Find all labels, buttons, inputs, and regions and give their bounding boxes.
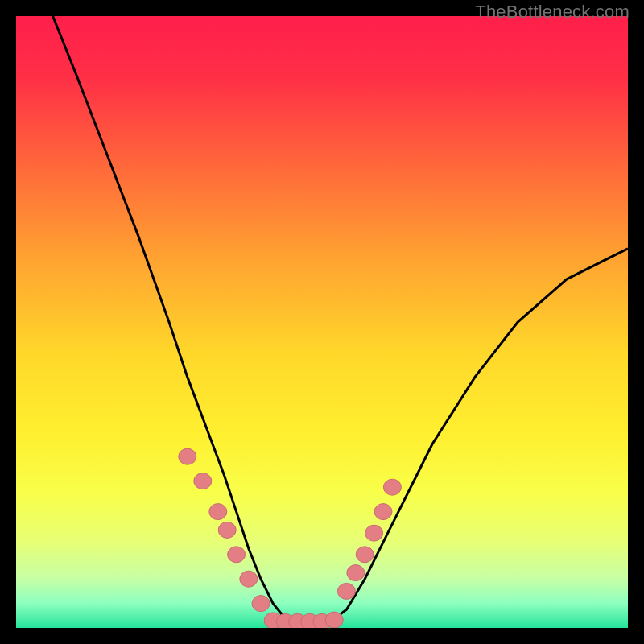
data-marker <box>218 522 236 538</box>
data-marker <box>228 547 246 563</box>
watermark-text: TheBottleneck.com <box>475 2 630 23</box>
data-marker <box>383 479 401 495</box>
data-marker <box>209 504 227 520</box>
data-marker <box>179 448 196 464</box>
data-marker <box>337 583 355 599</box>
data-marker <box>356 547 374 563</box>
data-marker <box>252 596 270 612</box>
chart-frame <box>16 16 628 628</box>
data-marker <box>365 525 383 541</box>
data-marker <box>347 565 365 581</box>
data-marker <box>240 571 258 587</box>
data-marker <box>374 504 392 520</box>
data-marker <box>325 612 343 628</box>
bottleneck-plot <box>16 16 628 628</box>
gradient-background <box>16 16 628 628</box>
data-marker <box>194 473 212 489</box>
